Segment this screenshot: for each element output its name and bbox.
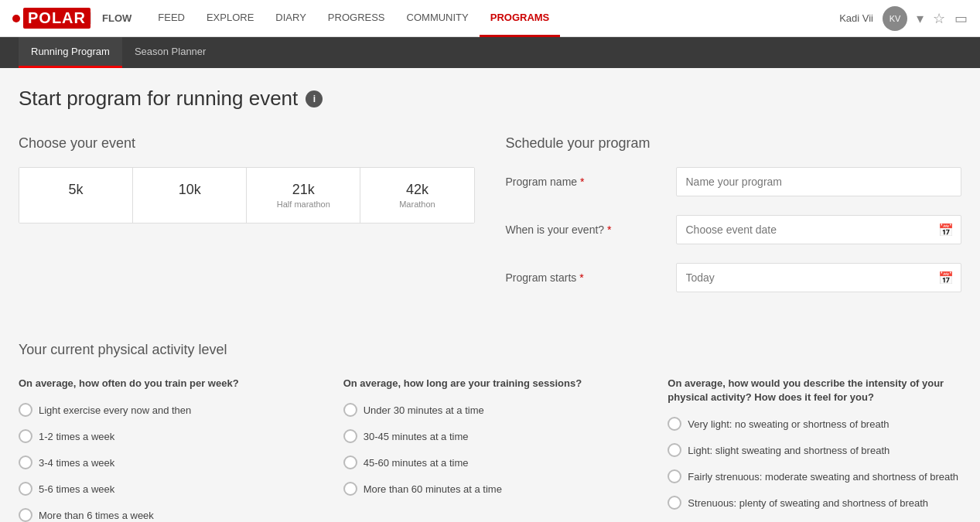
program-starts-row: Program starts * 📅 [506, 263, 962, 292]
activity-col-intensity: On average, how would you describe the i… [668, 377, 961, 522]
activity-col-duration-title: On average, how long are your training s… [343, 377, 637, 391]
radio-circle [19, 508, 32, 522]
event-date-label: When is your event? * [506, 223, 661, 236]
nav-feed[interactable]: FEED [147, 0, 196, 37]
main-content: Start program for running event i Choose… [0, 68, 980, 522]
sub-nav-season-planner[interactable]: Season Planner [122, 37, 219, 68]
program-name-label: Program name * [506, 176, 661, 188]
radio-fairly-strenuous[interactable]: Fairly strenuous: moderate sweating and … [668, 469, 961, 483]
nav-explore[interactable]: EXPLORE [196, 0, 265, 37]
radio-more-than-60[interactable]: More than 60 minutes at a time [343, 482, 637, 496]
nav-right: Kadi Vii KV ▾ ☆ ▭ [839, 6, 968, 31]
required-star-3: * [579, 271, 583, 284]
program-starts-input-wrapper: 📅 [676, 263, 962, 292]
radio-5-6-times[interactable]: 5-6 times a week [19, 482, 312, 496]
radio-30-45[interactable]: 30-45 minutes at a time [343, 429, 637, 443]
radio-very-light[interactable]: Very light: no sweating or shortness of … [668, 417, 961, 431]
radio-circle [343, 429, 357, 443]
radio-circle [19, 403, 32, 417]
event-date-input[interactable] [676, 215, 962, 244]
event-date-input-wrapper: 📅 [676, 215, 962, 244]
program-name-row: Program name * [506, 167, 962, 196]
radio-circle [668, 469, 681, 483]
radio-circle [668, 443, 681, 457]
info-icon[interactable]: i [306, 90, 323, 107]
radio-1-2-times[interactable]: 1-2 times a week [19, 429, 312, 443]
program-starts-input[interactable] [676, 263, 962, 292]
radio-circle [19, 482, 32, 496]
two-column-layout: Choose your event 5k 10k 21k Half marath… [19, 135, 961, 311]
event-selector: 5k 10k 21k Half marathon 42k Marathon [19, 167, 475, 223]
user-name: Kadi Vii [839, 12, 873, 24]
sub-navigation: Running Program Season Planner [0, 37, 980, 68]
activity-col-duration: On average, how long are your training s… [343, 377, 637, 522]
page-title-text: Start program for running event [19, 87, 298, 111]
event-date-row: When is your event? * 📅 [506, 215, 962, 244]
activity-col-frequency: On average, how often do you train per w… [19, 377, 312, 522]
chat-icon[interactable]: ▭ [954, 10, 968, 27]
event-option-10k[interactable]: 10k [133, 168, 247, 223]
radio-light-exercise[interactable]: Light exercise every now and then [19, 403, 312, 417]
nav-progress[interactable]: PROGRESS [317, 0, 396, 37]
radio-circle [343, 403, 357, 417]
star-icon[interactable]: ☆ [933, 10, 945, 27]
nav-diary[interactable]: DIARY [265, 0, 317, 37]
radio-more-than-6-times[interactable]: More than 6 times a week [19, 508, 312, 522]
event-option-42k[interactable]: 42k Marathon [360, 168, 473, 223]
flow-label: FLOW [90, 12, 131, 24]
radio-3-4-times[interactable]: 3-4 times a week [19, 455, 312, 469]
sub-nav-running-program[interactable]: Running Program [19, 37, 122, 68]
radio-circle [668, 496, 681, 510]
radio-strenuous[interactable]: Strenuous: plenty of sweating and shortn… [668, 496, 961, 510]
logo[interactable]: POLAR [12, 8, 90, 29]
activity-col-frequency-title: On average, how often do you train per w… [19, 377, 312, 391]
radio-circle [668, 417, 681, 431]
event-option-5k[interactable]: 5k [19, 168, 133, 223]
radio-circle [343, 455, 357, 469]
nav-programs[interactable]: PROGRAMS [480, 0, 561, 37]
required-star-1: * [580, 176, 584, 188]
activity-level-section: Your current physical activity level On … [19, 342, 961, 522]
logo-text: POLAR [23, 8, 90, 29]
nav-community[interactable]: COMMUNITY [396, 0, 480, 37]
activity-grid: On average, how often do you train per w… [19, 377, 961, 522]
dropdown-icon[interactable]: ▾ [917, 10, 924, 27]
schedule-section: Schedule your program Program name * Whe… [506, 135, 962, 311]
radio-light[interactable]: Light: slight sweating and shortness of … [668, 443, 961, 457]
radio-45-60[interactable]: 45-60 minutes at a time [343, 455, 637, 469]
event-selector-section: Choose your event 5k 10k 21k Half marath… [19, 135, 475, 311]
nav-items: FEED EXPLORE DIARY PROGRESS COMMUNITY PR… [147, 0, 839, 37]
radio-circle [343, 482, 357, 496]
activity-col-intensity-title: On average, how would you describe the i… [668, 377, 961, 404]
required-star-2: * [607, 223, 611, 236]
page-title: Start program for running event i [19, 87, 961, 111]
radio-circle [19, 455, 32, 469]
program-starts-label: Program starts * [506, 271, 661, 284]
event-section-title: Choose your event [19, 135, 475, 152]
activity-section-title: Your current physical activity level [19, 342, 961, 358]
logo-dot [12, 15, 20, 22]
avatar[interactable]: KV [883, 6, 907, 31]
radio-under-30[interactable]: Under 30 minutes at a time [343, 403, 637, 417]
schedule-section-title: Schedule your program [506, 135, 962, 152]
event-option-21k[interactable]: 21k Half marathon [247, 168, 360, 223]
radio-circle [19, 429, 32, 443]
program-name-input-wrapper [676, 167, 962, 196]
top-navigation: POLAR FLOW FEED EXPLORE DIARY PROGRESS C… [0, 0, 980, 37]
program-name-input[interactable] [676, 167, 962, 196]
